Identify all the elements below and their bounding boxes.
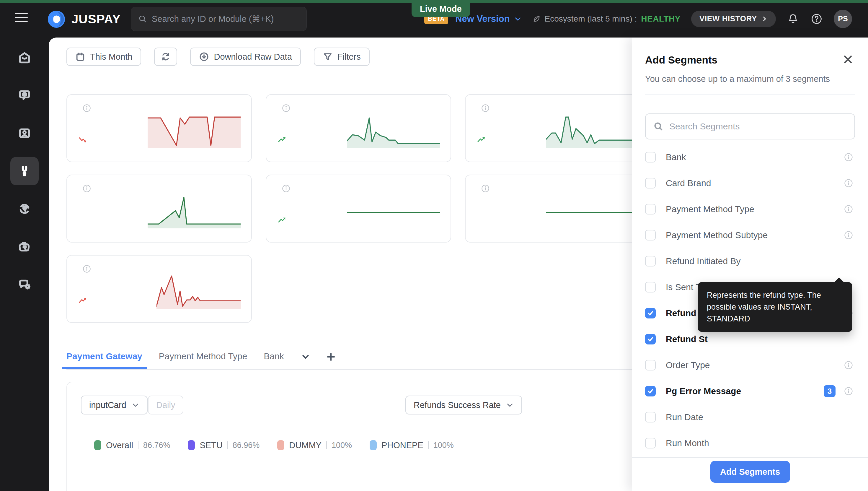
add-tab-icon[interactable] — [326, 352, 336, 368]
metric-delta — [278, 136, 290, 144]
sidebar-item-tools[interactable] — [10, 157, 39, 185]
info-icon[interactable] — [844, 178, 853, 188]
segment-label: Pg Error Message — [666, 386, 741, 396]
sparkline — [546, 113, 639, 148]
segment-search-input[interactable] — [669, 121, 847, 132]
sparkline — [148, 113, 241, 148]
info-icon[interactable] — [282, 104, 290, 113]
global-search-input[interactable] — [152, 14, 299, 24]
checkbox-checked[interactable] — [645, 334, 656, 344]
tools-icon — [18, 164, 31, 178]
panel-title: Add Segments — [645, 54, 855, 66]
checkbox-unchecked[interactable] — [645, 282, 656, 292]
legend-item-phonepe[interactable]: PHONEPE100% — [370, 440, 454, 450]
checkbox-unchecked[interactable] — [645, 152, 656, 163]
legend-item-setu[interactable]: SETU86.96% — [188, 440, 259, 450]
download-raw-data-button[interactable]: Download Raw Data — [190, 48, 301, 66]
add-segments-button[interactable]: Add Segments — [710, 461, 790, 483]
legend-separator — [428, 441, 429, 449]
brand-name: JUSPAY — [71, 12, 121, 26]
legend-item-dummy[interactable]: DUMMY100% — [277, 440, 352, 450]
home-icon — [18, 51, 31, 64]
trend-up-icon — [477, 136, 486, 144]
info-icon[interactable] — [82, 264, 91, 273]
sidebar-item-support[interactable] — [10, 270, 39, 299]
refresh-button[interactable] — [154, 48, 177, 66]
legend-separator — [138, 441, 138, 449]
sidebar-item-home[interactable] — [10, 44, 39, 72]
chart-legend: Overall86.76%SETU86.96%DUMMY100%PHONEPE1… — [94, 440, 454, 450]
segment-label: Run Date — [666, 412, 703, 422]
segment-row-order-type[interactable]: Order Type — [632, 352, 868, 378]
date-range-button[interactable]: This Month — [66, 48, 141, 66]
dimension-dropdown[interactable]: inputCard — [81, 396, 148, 414]
sidebar-item-refunds[interactable] — [10, 195, 39, 223]
segment-row-payment-method-type[interactable]: Payment Method Type — [632, 196, 868, 222]
segment-search[interactable] — [645, 113, 855, 139]
info-icon[interactable] — [844, 230, 853, 240]
segment-row-payment-method-subtype[interactable]: Payment Method Subtype — [632, 222, 868, 248]
orders-icon — [18, 89, 31, 102]
checkbox-unchecked[interactable] — [645, 256, 656, 266]
refunds-icon — [18, 202, 31, 216]
help-icon[interactable] — [810, 12, 823, 25]
legend-label: Overall — [106, 440, 133, 450]
hamburger-menu-icon[interactable] — [15, 13, 28, 24]
sidebar-item-orders[interactable] — [10, 81, 39, 110]
panel-footer: Add Segments — [632, 457, 868, 491]
granularity-button[interactable]: Daily — [148, 396, 183, 414]
checkbox-unchecked[interactable] — [645, 178, 656, 189]
checkbox-unchecked[interactable] — [645, 438, 656, 449]
sidebar-item-customers[interactable] — [10, 119, 39, 147]
segment-row-pg-error-message[interactable]: Pg Error Message3 — [632, 378, 868, 404]
metric-title — [78, 184, 240, 193]
checkbox-checked[interactable] — [645, 308, 656, 318]
metric-cards — [66, 94, 650, 323]
checkbox-unchecked[interactable] — [645, 360, 656, 371]
segment-row-run-month[interactable]: Run Month — [632, 430, 868, 456]
live-mode-badge[interactable]: Live Mode — [411, 0, 470, 17]
juspay-logo-icon — [47, 10, 66, 28]
support-icon — [18, 278, 31, 291]
view-history-button[interactable]: VIEW HISTORY — [691, 11, 776, 27]
info-icon[interactable] — [844, 152, 853, 162]
checkbox-checked[interactable] — [645, 386, 656, 397]
notifications-bell-icon[interactable] — [786, 12, 800, 25]
segment-label: Card Brand — [666, 178, 711, 188]
legend-swatch — [94, 440, 101, 450]
info-icon[interactable] — [82, 184, 91, 193]
legend-item-overall[interactable]: Overall86.76% — [94, 440, 170, 450]
info-icon[interactable] — [282, 184, 290, 193]
info-icon[interactable] — [844, 386, 853, 396]
refresh-icon — [161, 52, 170, 62]
metric-delta — [278, 216, 290, 224]
sparkline — [156, 273, 241, 309]
metric-card — [465, 94, 650, 162]
checkbox-unchecked[interactable] — [645, 412, 656, 423]
tab-payment-method-type[interactable]: Payment Method Type — [159, 351, 247, 369]
legend-separator — [326, 441, 327, 449]
segment-label: Order Type — [666, 360, 710, 370]
info-icon[interactable] — [82, 104, 91, 113]
global-search[interactable] — [131, 7, 307, 31]
metric-delta — [78, 136, 91, 144]
sidebar-item-payouts[interactable] — [10, 232, 39, 261]
info-icon[interactable] — [844, 204, 853, 214]
info-icon[interactable] — [481, 104, 490, 113]
segment-row-bank[interactable]: Bank — [632, 144, 868, 170]
tab-payment-gateway[interactable]: Payment Gateway — [66, 351, 142, 369]
info-icon[interactable] — [481, 184, 490, 193]
checkbox-unchecked[interactable] — [645, 230, 656, 240]
metric-dropdown[interactable]: Refunds Success Rate — [405, 396, 522, 414]
checkbox-unchecked[interactable] — [645, 204, 656, 214]
tabs-overflow-chevron-icon[interactable] — [301, 352, 311, 368]
segment-row-run-date[interactable]: Run Date — [632, 404, 868, 430]
segment-row-card-brand[interactable]: Card Brand — [632, 170, 868, 196]
search-icon — [653, 121, 663, 132]
filters-button[interactable]: Filters — [314, 48, 370, 66]
close-icon[interactable] — [843, 54, 853, 65]
tab-bank[interactable]: Bank — [264, 351, 284, 369]
user-avatar[interactable]: PS — [834, 10, 852, 28]
info-icon[interactable] — [844, 360, 853, 370]
segment-row-refund-initiated-by[interactable]: Refund Initiated By — [632, 248, 868, 274]
